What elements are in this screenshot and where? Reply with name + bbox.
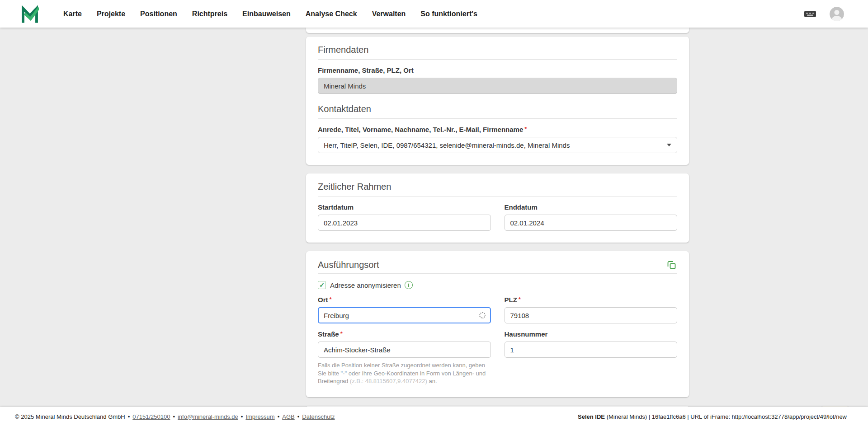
nav-item-analyse-check[interactable]: Analyse Check [306, 10, 357, 18]
section-title-ausfuehrungsort: Ausführungsort [318, 260, 379, 270]
strasse-label-text: Straße [318, 330, 339, 338]
required-marker: * [340, 330, 343, 337]
startdatum-field: Startdatum [318, 197, 491, 231]
anonymize-checkbox[interactable]: ✓ [318, 281, 326, 289]
firmenname-label-text: Firmenname, Straße, PLZ, Ort [318, 66, 414, 74]
required-marker: * [330, 296, 332, 303]
hausnummer-field: Hausnummer [505, 323, 678, 385]
enddatum-label-text: Enddatum [505, 203, 538, 211]
firmenname-label: Firmenname, Straße, PLZ, Ort [318, 66, 677, 74]
nav-item-richtpreis[interactable]: Richtpreis [192, 10, 227, 18]
ort-label: Ort* [318, 296, 491, 304]
plz-label: PLZ* [505, 296, 678, 304]
footer-separator: • [297, 413, 300, 420]
required-marker: * [524, 126, 527, 132]
chevron-down-icon [667, 144, 671, 146]
ort-input[interactable] [318, 307, 491, 323]
anonymize-label: Adresse anonymisieren [330, 281, 401, 289]
strasse-hint-suffix: an. [427, 378, 437, 384]
mineral-minds-logo-icon [21, 5, 39, 23]
footer-link-agb[interactable]: AGB [282, 413, 294, 420]
navbar-right [803, 7, 844, 21]
kontakt-label-text: Anrede, Titel, Vorname, Nachname, Tel.-N… [318, 126, 523, 133]
form-column: Firmendaten Firmenname, Straße, PLZ, Ort… [306, 28, 689, 407]
required-marker: * [519, 296, 521, 303]
nav-item-so-funktionierts[interactable]: So funktioniert's [420, 10, 477, 18]
footer: © 2025 Mineral Minds Deutschland GmbH • … [0, 407, 868, 426]
footer-link-datenschutz[interactable]: Datenschutz [302, 413, 335, 420]
plz-field: PLZ* [505, 289, 678, 323]
strasse-label: Straße* [318, 330, 491, 338]
card-ausfuehrungsort: Ausführungsort ✓ Adresse anonymisieren i [306, 251, 689, 397]
footer-left: © 2025 Mineral Minds Deutschland GmbH • … [15, 413, 335, 420]
check-icon: ✓ [319, 282, 325, 288]
hausnummer-label: Hausnummer [505, 330, 678, 338]
startdatum-label: Startdatum [318, 203, 491, 211]
navbar: Karte Projekte Positionen Richtpreis Ein… [0, 0, 868, 28]
nav-item-positionen[interactable]: Positionen [140, 10, 177, 18]
footer-separator: • [128, 413, 130, 420]
ort-field: Ort* [318, 289, 491, 323]
card-firmendaten: Firmendaten Firmenname, Straße, PLZ, Ort… [306, 37, 689, 165]
kontakt-select-value: Herr, TitelP, Selen, IDE, 0987/654321, s… [324, 141, 570, 149]
strasse-input[interactable] [318, 342, 491, 358]
card-zeitlicher-rahmen: Zeitlicher Rahmen Startdatum Enddatum [306, 173, 689, 243]
nav-item-projekte[interactable]: Projekte [97, 10, 125, 18]
info-icon[interactable]: i [405, 281, 413, 289]
nav-item-verwalten[interactable]: Verwalten [372, 10, 406, 18]
plz-label-text: PLZ [505, 296, 517, 304]
main-content: Firmendaten Firmenname, Straße, PLZ, Ort… [0, 28, 868, 407]
firmenname-input [318, 78, 677, 94]
kontakt-label: Anrede, Titel, Vorname, Nachname, Tel.-N… [318, 126, 677, 133]
loading-spinner-icon [479, 312, 486, 318]
enddatum-input[interactable] [505, 215, 678, 231]
section-title-firmendaten: Firmendaten [318, 45, 677, 60]
server-icon[interactable] [803, 9, 817, 19]
hausnummer-input[interactable] [505, 342, 678, 358]
copy-icon[interactable] [666, 259, 677, 271]
info-icon-glyph: i [408, 282, 409, 288]
footer-ide-details: (Mineral Minds) | 16fae1ffc6a6 | URL of … [605, 413, 847, 420]
footer-separator: • [241, 413, 243, 420]
strasse-hint: Falls die Position keiner Straße zugeord… [318, 361, 491, 385]
strasse-field: Straße* Falls die Position keiner Straße… [318, 323, 491, 385]
footer-debug-info: Selen IDE (Mineral Minds) | 16fae1ffc6a6… [578, 413, 847, 420]
ausfuehrungsort-header: Ausführungsort [318, 259, 677, 274]
kontakt-select[interactable]: Herr, TitelP, Selen, IDE, 0987/654321, s… [318, 137, 677, 153]
startdatum-input[interactable] [318, 215, 491, 231]
footer-ide-name: Selen IDE [578, 413, 605, 420]
nav-item-einbauweisen[interactable]: Einbauweisen [242, 10, 291, 18]
strasse-hint-coords: (z.B.: 48.8115607,9.4077422) [350, 378, 427, 384]
help-button[interactable]: Hilfe? [821, 406, 849, 407]
footer-copyright: © 2025 Mineral Minds Deutschland GmbH [15, 413, 125, 420]
user-avatar[interactable] [830, 7, 844, 21]
ort-label-text: Ort [318, 296, 328, 304]
app-logo[interactable] [21, 5, 39, 23]
enddatum-field: Enddatum [505, 197, 678, 231]
hausnummer-label-text: Hausnummer [505, 330, 548, 338]
main-nav: Karte Projekte Positionen Richtpreis Ein… [63, 10, 477, 18]
card-previous-partial [306, 28, 689, 33]
plz-input[interactable] [505, 307, 678, 323]
footer-separator: • [278, 413, 280, 420]
enddatum-label: Enddatum [505, 203, 678, 211]
footer-link-phone[interactable]: 07151/250100 [132, 413, 170, 420]
startdatum-label-text: Startdatum [318, 203, 354, 211]
footer-link-email[interactable]: info@mineral-minds.de [178, 413, 238, 420]
footer-separator: • [173, 413, 175, 420]
footer-link-impressum[interactable]: Impressum [245, 413, 274, 420]
nav-item-karte[interactable]: Karte [63, 10, 82, 18]
section-title-kontaktdaten: Kontaktdaten [318, 104, 677, 119]
section-title-zeitlicher-rahmen: Zeitlicher Rahmen [318, 182, 677, 197]
anonymize-row: ✓ Adresse anonymisieren i [318, 281, 677, 289]
